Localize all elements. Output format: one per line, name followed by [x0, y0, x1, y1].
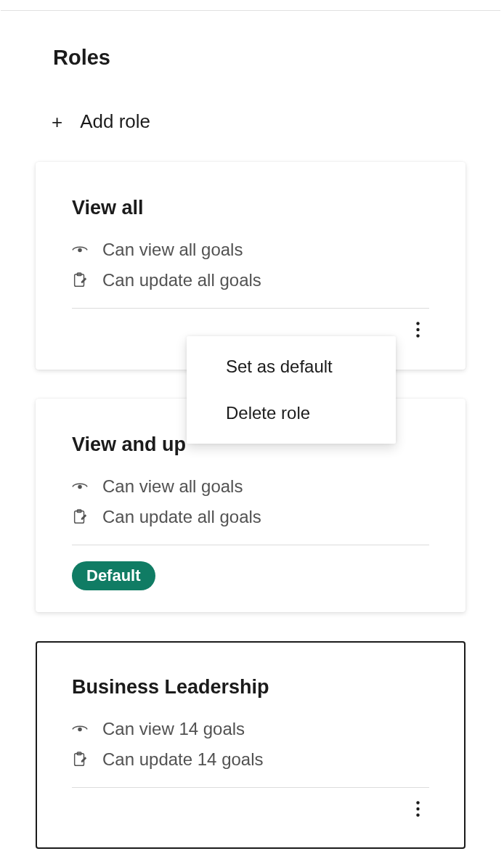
svg-point-6: [78, 484, 81, 488]
eye-icon: [72, 721, 88, 737]
eye-icon: [72, 242, 88, 258]
permission-row: Can view all goals: [72, 240, 429, 260]
divider: [72, 545, 429, 545]
clipboard-edit-icon: [72, 752, 88, 768]
permission-text: Can view all goals: [102, 476, 243, 497]
more-options-button[interactable]: [406, 794, 429, 823]
role-title: View all: [72, 197, 429, 219]
svg-point-4: [416, 328, 419, 331]
role-title: Business Leadership: [72, 676, 429, 699]
plus-icon: +: [52, 113, 62, 131]
svg-point-12: [416, 801, 419, 804]
permission-text: Can view 14 goals: [102, 719, 245, 739]
divider: [72, 787, 429, 788]
permission-text: Can view all goals: [102, 240, 243, 260]
add-role-label: Add role: [80, 110, 150, 133]
svg-point-3: [416, 322, 419, 325]
svg-point-0: [78, 248, 81, 251]
permission-text: Can update 14 goals: [102, 749, 264, 770]
role-card[interactable]: Business Leadership Can view 14 goals Ca…: [36, 641, 466, 849]
page-title: Roles: [36, 46, 466, 70]
svg-point-14: [416, 813, 419, 816]
permission-row: Can update all goals: [72, 507, 429, 527]
permission-row: Can view all goals: [72, 476, 429, 497]
default-badge: Default: [72, 561, 155, 590]
more-options-button[interactable]: [406, 315, 429, 344]
svg-point-5: [416, 334, 419, 337]
clipboard-edit-icon: [72, 272, 88, 288]
delete-role-option[interactable]: Delete role: [187, 390, 396, 436]
permission-row: Can view 14 goals: [72, 719, 429, 739]
clipboard-edit-icon: [72, 509, 88, 525]
permission-row: Can update 14 goals: [72, 749, 429, 770]
eye-icon: [72, 479, 88, 494]
add-role-button[interactable]: + Add role: [36, 110, 466, 133]
card-footer: Default: [72, 548, 429, 590]
svg-point-13: [416, 807, 419, 810]
svg-point-9: [78, 727, 81, 730]
card-footer: [72, 791, 429, 827]
permission-text: Can update all goals: [102, 270, 261, 290]
permission-row: Can update all goals: [72, 270, 429, 290]
divider: [72, 308, 429, 309]
set-default-option[interactable]: Set as default: [187, 343, 396, 390]
role-options-dropdown: Set as default Delete role: [187, 336, 396, 444]
permission-text: Can update all goals: [102, 507, 261, 527]
